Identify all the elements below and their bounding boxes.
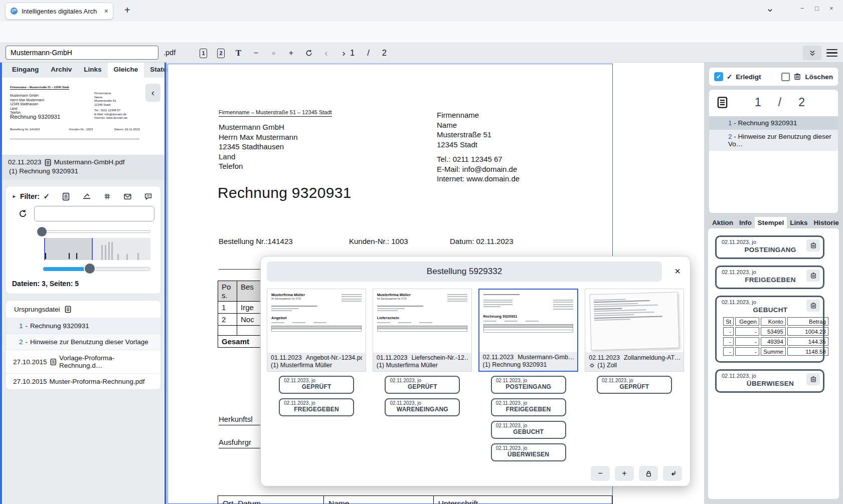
check-icon: ✓ xyxy=(727,73,732,81)
tab-links[interactable]: Links xyxy=(787,217,810,228)
doc-title: Rechnung 9320931 xyxy=(218,184,352,201)
tab-aktion[interactable]: Aktion xyxy=(709,217,736,228)
grid-filter-icon[interactable] xyxy=(103,192,111,200)
list-tabs-chevron-icon[interactable] xyxy=(766,6,774,15)
document-icon xyxy=(716,96,729,109)
filename-input[interactable] xyxy=(6,46,158,60)
stamp-geprueft[interactable]: 02.11.2023, joGEPRÜFT xyxy=(597,376,672,394)
collapse-toolbar-button[interactable] xyxy=(803,46,821,60)
page-two-button[interactable]: 2 xyxy=(212,48,230,58)
page-one-button[interactable]: 1 xyxy=(195,48,212,58)
file-entry-selected[interactable]: 02.11.2023 Mustermann-GmbH.pdf (1) Rechn… xyxy=(2,155,164,180)
doc-sender-block: FirmennameName Musterstraße 5112345 Stad… xyxy=(437,110,491,149)
browser-nav-bar: https://dms.spiraltrax.com xyxy=(0,22,843,43)
stamp-posteingang[interactable]: 02.11.2023, jo POSTEINGANG xyxy=(715,235,824,259)
delete-checkbox[interactable] xyxy=(781,73,790,81)
stamp-freigegeben[interactable]: 02.11.2023, joFREIGEGEBEN xyxy=(279,398,354,416)
linked-doc-lieferschein[interactable]: Musterfirma MüllerIhr Servicepartner für… xyxy=(373,289,472,372)
stamp-ueberwiesen[interactable]: 02.11.2023, jo ÜBERWIESEN xyxy=(715,369,824,393)
tab-stempel[interactable]: Stempel xyxy=(755,217,787,228)
filter-search-input[interactable] xyxy=(34,206,154,221)
trash-icon xyxy=(810,242,817,249)
slider-handle[interactable] xyxy=(37,227,47,236)
delete-stamp-button[interactable] xyxy=(806,300,820,312)
stamp-wareneingang[interactable]: 02.11.2023, joWARENEINGANG xyxy=(385,398,460,416)
done-checkbox[interactable]: ✓ xyxy=(714,72,723,81)
dialog-title-bar[interactable]: Bestellung 5929332 xyxy=(267,262,662,282)
page-list-item[interactable]: 2 - Hinweise zur Benutzung dieser Vo… xyxy=(709,130,838,151)
new-tab-button[interactable]: + xyxy=(120,4,134,17)
delete-stamp-button[interactable] xyxy=(806,239,820,251)
file-name: Mustermann-GmbH.pdf xyxy=(54,158,125,167)
refresh-icon[interactable] xyxy=(18,209,28,218)
linked-doc-zollanmeldung[interactable]: 02.11.2023 Zollanmeldung-AT… (1) Zoll xyxy=(585,289,684,372)
delete-stamp-button[interactable] xyxy=(806,373,820,385)
collapse-panel-button[interactable]: ‹ xyxy=(145,84,160,102)
slider-handle[interactable] xyxy=(84,263,96,275)
zoom-in-button[interactable]: + xyxy=(282,49,300,58)
source-item[interactable]: 27.10.2015 Vorlage-Proforma-Rechnung.d… xyxy=(6,350,160,373)
page-separator: / xyxy=(367,48,370,58)
expander-triangle-icon[interactable]: ► xyxy=(12,194,17,199)
window-minimize-button[interactable]: − xyxy=(800,5,804,12)
window-close-button[interactable]: × xyxy=(829,5,833,12)
stamp-freigegeben[interactable]: 02.11.2023, joFREIGEGEBEN xyxy=(491,398,566,416)
zoom-in-button[interactable]: + xyxy=(615,466,634,481)
page-list-item[interactable]: 1 - Rechnung 9320931 xyxy=(709,116,838,130)
rotate-button[interactable] xyxy=(300,49,317,58)
scanner-filter-icon[interactable] xyxy=(82,192,91,201)
zoom-out-button[interactable]: − xyxy=(591,466,610,481)
panel-splitter[interactable] xyxy=(164,63,166,504)
range-slider-start[interactable] xyxy=(37,226,150,237)
close-icon[interactable]: × xyxy=(675,266,681,276)
zoom-reset-button[interactable]: ○ xyxy=(265,50,282,56)
lock-button[interactable] xyxy=(639,466,658,481)
zoom-out-button[interactable]: − xyxy=(247,49,265,58)
file-subtitle: (1) Rechnung 9320931 xyxy=(8,167,158,176)
app-menu-icon[interactable] xyxy=(826,47,837,59)
source-item[interactable]: 27.10.2015 Muster-Proforma-Rechnung.pdf xyxy=(6,373,160,389)
browser-tab[interactable]: Intelligentes digitales Arch × xyxy=(5,3,113,20)
document-filter-icon[interactable] xyxy=(62,192,70,201)
text-line-placeholder xyxy=(377,322,467,323)
tab-eingang[interactable]: Eingang xyxy=(6,63,45,78)
document-thumbnail-panel[interactable]: Firmenname – Musterstraße 51 – 12345 Sta… xyxy=(2,78,164,155)
tab-historie[interactable]: Historie xyxy=(811,217,842,228)
stamp-geprueft[interactable]: 02.11.2023, joGEPRÜFT xyxy=(385,376,460,394)
linked-doc-angebot[interactable]: Musterfirma MüllerIhr Servicepartner für… xyxy=(267,289,366,372)
document-icon xyxy=(44,159,52,166)
tab-close-icon[interactable]: × xyxy=(104,7,108,15)
range-slider-end[interactable] xyxy=(37,263,150,275)
tab-links[interactable]: Links xyxy=(78,63,107,78)
export-button[interactable] xyxy=(663,466,682,481)
thumb-caption: 02.11.2023 Mustermann-Gmb… (1) Rechnung … xyxy=(479,352,578,371)
source-item[interactable]: 2 - Hinweise zur Benutzung dieser Vorlag… xyxy=(6,334,160,350)
tab-info[interactable]: Info xyxy=(736,217,755,228)
mail-filter-icon[interactable] xyxy=(123,192,132,201)
text-tool-button[interactable]: T xyxy=(230,48,247,58)
gear-icon xyxy=(589,362,595,369)
doc-origin-label: Herkunftsl xyxy=(219,415,265,425)
stamp-gebucht[interactable]: 02.11.2023, joGEBUCHT xyxy=(491,421,566,439)
comment-filter-icon[interactable] xyxy=(144,192,152,201)
document-icon xyxy=(64,306,72,313)
stamp-ueberwiesen[interactable]: 02.11.2023, joÜBERWIESEN xyxy=(491,443,566,461)
delete-stamp-button[interactable] xyxy=(806,270,820,282)
tab-archiv[interactable]: Archiv xyxy=(45,63,78,78)
thumb-caption: 01.11.2023 Lieferschein-Nr.-12… (1) Must… xyxy=(373,353,471,371)
stamp-geprueft[interactable]: 02.11.2023, joGEPRÜFT xyxy=(279,376,354,394)
trash-icon xyxy=(810,272,817,279)
source-item[interactable]: 1 - Rechnung 9320931 xyxy=(6,318,160,334)
window-maximize-button[interactable]: □ xyxy=(815,5,819,12)
histogram-bar xyxy=(108,242,110,260)
prev-page-button[interactable]: ‹ xyxy=(317,48,335,59)
date-histogram[interactable] xyxy=(44,238,150,260)
stamp-gebucht[interactable]: 02.11.2023, jo GEBUCHT St Gegen Konto Be… xyxy=(715,296,824,363)
linked-doc-rechnung-selected[interactable]: Rechnung 9320931 02.11.2023 Mustermann-G… xyxy=(478,289,579,372)
tab-gleiche[interactable]: Gleiche xyxy=(108,63,144,78)
stamp-freigegeben[interactable]: 02.11.2023, jo FREIGEGEBEN xyxy=(715,266,824,289)
check-filter-icon[interactable]: ✓ xyxy=(43,192,50,201)
text-line-placeholder xyxy=(271,322,362,323)
range-marker xyxy=(92,238,93,260)
stamp-posteingang[interactable]: 02.11.2023, joPOSTEINGANG xyxy=(491,376,566,394)
